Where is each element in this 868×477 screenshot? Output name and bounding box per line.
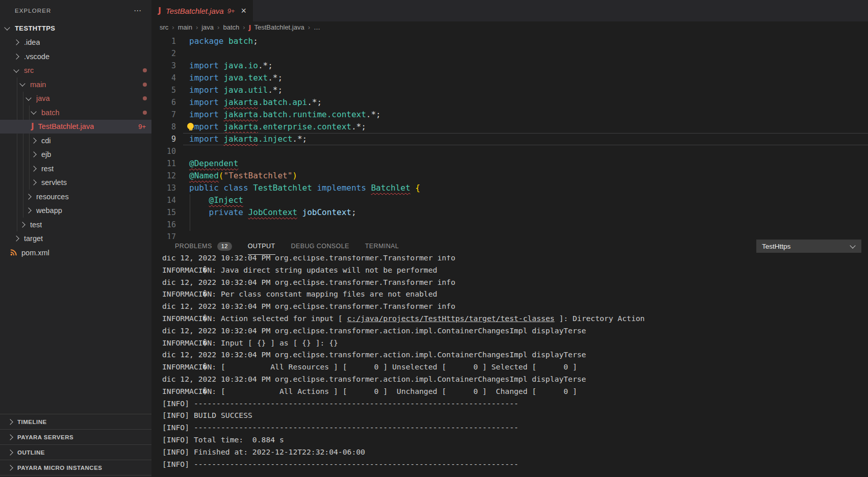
tree-item-main[interactable]: main xyxy=(0,77,151,92)
tree-item-webapp[interactable]: webapp xyxy=(0,204,151,218)
tree-item-ejb[interactable]: ejb xyxy=(0,148,151,162)
close-icon[interactable]: × xyxy=(241,6,246,15)
tree-item-idea[interactable]: .idea xyxy=(0,36,151,50)
code-line-11[interactable]: 11@Dependent xyxy=(151,157,868,170)
tree-item-servlets[interactable]: servlets xyxy=(0,176,151,190)
code-token: ( xyxy=(219,171,224,180)
chevron-right-icon xyxy=(25,194,31,199)
panel-tab-bar: PROBLEMS12OUTPUTDEBUG CONSOLETERMINAL xyxy=(151,237,751,255)
code-token: public xyxy=(189,183,219,193)
panel-run-config-dropdown[interactable]: TestHttps xyxy=(756,240,861,253)
code-token xyxy=(189,207,209,217)
panel-tab-debug-console[interactable]: DEBUG CONSOLE xyxy=(291,237,349,255)
breadcrumb-item-testbatchlet-java[interactable]: TestBatchlet.java xyxy=(254,23,304,31)
code-line-13[interactable]: 13public class TestBatchlet implements B… xyxy=(151,182,868,194)
panel-tab-terminal[interactable]: TERMINAL xyxy=(365,237,399,255)
line-number: 9 xyxy=(151,133,176,145)
bottom-panel: PROBLEMS12OUTPUTDEBUG CONSOLETERMINAL Te… xyxy=(151,236,868,477)
output-text: INFORMACI�N: Per class constant mapping … xyxy=(162,289,437,298)
chevron-down-icon xyxy=(31,109,36,115)
code-token: java.util xyxy=(223,85,268,95)
output-line: dic 12, 2022 10:32:04 PM org.eclipse.tra… xyxy=(162,325,868,337)
panel-tab-output[interactable]: OUTPUT xyxy=(248,237,275,255)
modified-error-dot xyxy=(143,96,147,100)
line-number: 7 xyxy=(151,109,176,121)
output-path-link[interactable]: c:/java/projects/TestHttps/target/test-c… xyxy=(347,314,555,323)
output-line: dic 12, 2022 10:32:04 PM org.eclipse.tra… xyxy=(162,255,868,264)
code-line-content: import jakarta.inject.*; xyxy=(189,133,307,145)
output-text: dic 12, 2022 10:32:04 PM org.eclipse.tra… xyxy=(162,302,455,310)
code-editor[interactable]: 1package batch;23import java.io.*;4impor… xyxy=(151,33,868,239)
code-line-content: @Inject xyxy=(189,194,243,206)
output-line: dic 12, 2022 10:32:04 PM org.eclipse.tra… xyxy=(162,373,868,385)
sidebar-section-payara-micro-instances[interactable]: PAYARA MICRO INSTANCES xyxy=(0,460,151,475)
tree-item-testbatchlet-java[interactable]: JTestBatchlet.java9+ xyxy=(0,120,151,134)
chevron-down-icon xyxy=(850,243,855,248)
code-line-4[interactable]: 4import java.text.*; xyxy=(151,72,868,84)
code-line-3[interactable]: 3import java.io.*; xyxy=(151,60,868,72)
sidebar-section-blank[interactable] xyxy=(0,475,151,477)
tab-testbatchlet-java[interactable]: J TestBatchlet.java 9+ × xyxy=(151,0,253,21)
breadcrumb-item-src[interactable]: src xyxy=(160,23,168,31)
modified-error-dot xyxy=(143,111,147,115)
code-line-6[interactable]: 6import jakarta.batch.api.*; xyxy=(151,96,868,109)
line-number: 2 xyxy=(151,47,176,60)
tree-item-test[interactable]: test xyxy=(0,218,151,232)
panel-tab-problems[interactable]: PROBLEMS12 xyxy=(175,237,232,255)
chevron-right-icon xyxy=(31,180,36,186)
code-token xyxy=(243,207,248,217)
code-line-14[interactable]: 14 @Inject xyxy=(151,194,868,206)
tree-item-cdi[interactable]: cdi xyxy=(0,134,151,148)
output-log[interactable]: dic 12, 2022 10:32:04 PM org.eclipse.tra… xyxy=(151,255,868,477)
code-token: import xyxy=(189,73,219,83)
code-line-1[interactable]: 1package batch; xyxy=(151,35,868,47)
code-token: import xyxy=(189,85,219,95)
sidebar-sections: TIMELINEPAYARA SERVERSOUTLINEPAYARA MICR… xyxy=(0,414,151,477)
code-token: batch xyxy=(228,36,253,46)
breadcrumb-item-java[interactable]: java xyxy=(201,23,214,31)
code-line-content: import jakarta.enterprise.context.*; xyxy=(189,121,366,133)
tree-item-java[interactable]: java xyxy=(0,92,151,106)
code-line-16[interactable]: 16 xyxy=(151,219,868,231)
tree-item-batch[interactable]: batch xyxy=(0,105,151,120)
code-token: .*; xyxy=(292,134,307,144)
code-token: import xyxy=(189,97,219,107)
sidebar-section-outline[interactable]: OUTLINE xyxy=(0,444,151,460)
code-line-9[interactable]: 9import jakarta.inject.*; xyxy=(151,133,868,145)
tree-item-label: webapp xyxy=(36,206,62,215)
breadcrumb-item-main[interactable]: main xyxy=(178,23,192,31)
breadcrumb-item-batch[interactable]: batch xyxy=(223,23,239,31)
code-token: .*; xyxy=(366,110,381,119)
line-number: 14 xyxy=(151,194,176,206)
sidebar-section-payara-servers[interactable]: PAYARA SERVERS xyxy=(0,429,151,444)
code-line-10[interactable]: 10 xyxy=(151,145,868,157)
code-line-8[interactable]: 8import jakarta.enterprise.context.*; xyxy=(151,121,868,133)
tree-item-rest[interactable]: rest xyxy=(0,162,151,176)
tree-item-pom-xml[interactable]: pom.xml xyxy=(0,246,151,260)
code-line-12[interactable]: 12@Named("TestBatchlet") xyxy=(151,170,868,182)
tree-item-target[interactable]: target xyxy=(0,232,151,246)
file-tree: TESTHTTPS.idea.vscodesrcmainjavabatchJTe… xyxy=(0,21,151,260)
tree-item-resources[interactable]: resources xyxy=(0,190,151,204)
code-line-2[interactable]: 2 xyxy=(151,47,868,60)
output-text: [INFO] ---------------------------------… xyxy=(162,399,519,408)
sidebar-section-timeline[interactable]: TIMELINE xyxy=(0,414,151,429)
editor-tab-bar: J TestBatchlet.java 9+ × xyxy=(151,0,868,21)
code-token: jakarta xyxy=(223,110,258,119)
code-token: .*; xyxy=(268,85,283,95)
code-line-5[interactable]: 5import java.util.*; xyxy=(151,84,868,96)
code-token: jakarta xyxy=(223,122,258,131)
tree-item-label: .vscode xyxy=(24,52,49,61)
output-text: dic 12, 2022 10:32:04 PM org.eclipse.tra… xyxy=(162,278,455,286)
code-line-17[interactable]: 17 xyxy=(151,231,868,239)
lightbulb-icon[interactable] xyxy=(187,123,194,129)
more-actions-icon[interactable]: ⋯ xyxy=(134,6,142,15)
code-line-15[interactable]: 15 private JobContext jobContext; xyxy=(151,206,868,219)
tree-item-label: resources xyxy=(36,193,69,201)
tree-item-testhttps[interactable]: TESTHTTPS xyxy=(0,21,151,36)
output-text: [INFO] BUILD SUCCESS xyxy=(162,411,252,419)
tree-item-src[interactable]: src xyxy=(0,64,151,78)
tree-item-vscode[interactable]: .vscode xyxy=(0,49,151,64)
breadcrumb-item-[interactable]: … xyxy=(314,23,320,31)
code-line-7[interactable]: 7import jakarta.batch.runtime.context.*; xyxy=(151,109,868,121)
